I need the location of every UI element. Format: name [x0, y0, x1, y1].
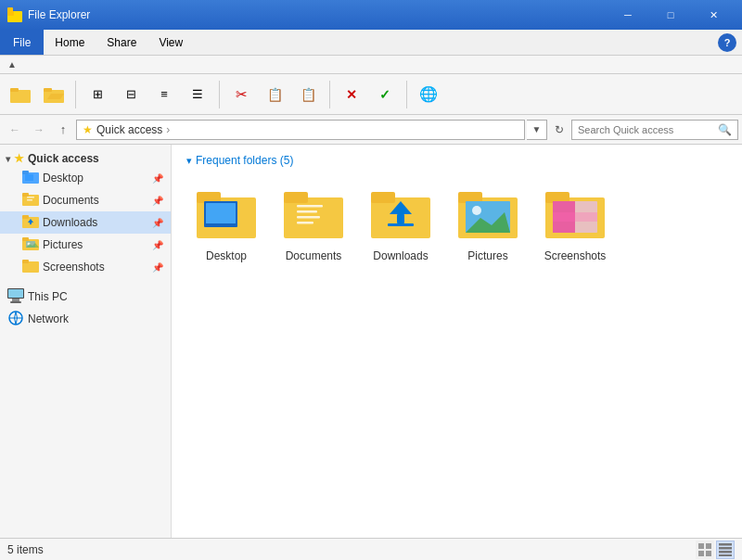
back-button[interactable]: ← — [4, 119, 26, 141]
svg-rect-2 — [7, 7, 13, 12]
help-button[interactable]: ? — [718, 33, 736, 52]
search-icon: 🔍 — [718, 123, 732, 136]
status-view-controls — [696, 541, 735, 559]
sidebar-item-pictures[interactable]: Pictures 📌 — [0, 234, 171, 256]
svg-rect-28 — [12, 299, 19, 301]
toolbar-sep-4 — [406, 81, 407, 108]
toolbar-internet-btn[interactable]: 🌐 — [414, 80, 443, 109]
menu-file[interactable]: File — [0, 30, 44, 55]
sidebar-item-thispc[interactable]: This PC — [0, 286, 171, 308]
folders-grid: Desktop Documents — [186, 178, 727, 271]
forward-button[interactable]: → — [28, 119, 50, 141]
toolbar-sep-1 — [75, 81, 76, 108]
menu-home[interactable]: Home — [44, 30, 96, 55]
minimize-button[interactable]: ─ — [607, 0, 649, 30]
status-item-count: 5 items — [7, 543, 44, 556]
content-area: ▾ Frequent folders (5) Desktop — [172, 145, 742, 538]
address-path[interactable]: ★ Quick access › — [76, 120, 525, 140]
svg-rect-18 — [30, 223, 32, 224]
ribbon-collapse-button[interactable]: ▲ — [7, 59, 17, 70]
documents-folder-icon-large — [284, 186, 343, 246]
toolbar-view-medium-btn[interactable]: ⊟ — [116, 80, 146, 109]
svg-rect-9 — [22, 171, 29, 174]
svg-rect-41 — [297, 222, 313, 224]
svg-rect-58 — [698, 543, 704, 549]
svg-rect-20 — [22, 237, 29, 241]
svg-rect-27 — [8, 289, 23, 298]
svg-rect-39 — [297, 210, 317, 213]
search-input[interactable] — [578, 124, 718, 135]
toolbar-sep-3 — [329, 81, 330, 108]
folder-item-pictures[interactable]: Pictures — [448, 178, 528, 271]
view-details-btn[interactable] — [716, 541, 735, 559]
toolbar-delete-btn[interactable]: ✕ — [337, 80, 366, 109]
toolbar-folder-btn[interactable] — [6, 80, 35, 109]
search-box: 🔍 — [571, 120, 738, 140]
path-separator: › — [166, 123, 170, 136]
sidebar-item-desktop[interactable]: Desktop 📌 — [0, 167, 171, 189]
toolbar-view-detail-btn[interactable]: ☰ — [183, 80, 212, 109]
folder-item-desktop[interactable]: Desktop — [186, 178, 266, 271]
sidebar-item-documents[interactable]: Documents 📌 — [0, 189, 171, 211]
svg-rect-25 — [22, 260, 29, 263]
screenshots-folder-icon-large — [545, 186, 605, 246]
up-button[interactable]: ↑ — [52, 119, 74, 141]
sidebar-item-downloads[interactable]: Downloads 📌 — [0, 211, 171, 234]
pin-icon-pictures: 📌 — [152, 240, 163, 250]
toolbar-paste-btn[interactable]: 📋 — [293, 80, 323, 109]
sidebar-network-label: Network — [28, 312, 69, 325]
sidebar-item-network[interactable]: Network — [0, 308, 171, 330]
svg-rect-45 — [397, 214, 404, 223]
menu-share[interactable]: Share — [96, 30, 147, 55]
svg-rect-60 — [698, 551, 704, 556]
address-bar: ← → ↑ ★ Quick access › ▼ ↻ 🔍 — [0, 115, 742, 145]
svg-rect-3 — [10, 90, 31, 103]
svg-rect-57 — [553, 212, 597, 222]
quick-access-chevron: ▾ — [6, 154, 10, 164]
svg-rect-61 — [706, 551, 711, 556]
downloads-folder-icon — [22, 214, 39, 231]
maximize-button[interactable]: □ — [649, 0, 692, 30]
svg-rect-16 — [22, 215, 29, 219]
downloads-folder-icon-large — [371, 186, 430, 246]
folder-label-screenshots: Screenshots — [544, 249, 607, 262]
main-layout: ▾ ★ Quick access Desktop 📌 — [0, 145, 742, 538]
folder-item-documents[interactable]: Documents — [274, 178, 353, 271]
svg-rect-46 — [388, 223, 414, 226]
app-icon — [7, 7, 22, 22]
address-dropdown-button[interactable]: ▼ — [527, 120, 547, 140]
folder-item-screenshots[interactable]: Screenshots — [535, 178, 615, 271]
toolbar-copy-btn[interactable]: 📋 — [260, 80, 289, 109]
svg-rect-43 — [371, 192, 395, 203]
app-title: File Explorer — [28, 8, 607, 21]
toolbar-view-large-btn[interactable]: ⊞ — [83, 80, 112, 109]
folder-item-downloads[interactable]: Downloads — [361, 178, 441, 271]
refresh-button[interactable]: ↻ — [549, 120, 569, 140]
section-chevron: ▾ — [186, 155, 192, 167]
toolbar-cut-btn[interactable]: ✂ — [226, 80, 256, 109]
pictures-folder-icon-large — [458, 186, 518, 246]
quick-access-star: ★ — [14, 152, 24, 165]
toolbar: ⊞ ⊟ ≡ ☰ ✂ 📋 📋 ✕ ✓ 🌐 — [0, 74, 742, 115]
view-large-icon-btn[interactable] — [696, 541, 714, 559]
svg-rect-6 — [44, 88, 52, 92]
svg-rect-10 — [25, 174, 33, 181]
documents-folder-icon — [22, 192, 39, 209]
sidebar-item-screenshots[interactable]: Screenshots 📌 — [0, 256, 171, 278]
quick-access-header[interactable]: ▾ ★ Quick access — [0, 148, 171, 167]
pin-icon-screenshots: 📌 — [152, 262, 163, 273]
toolbar-view-list-btn[interactable]: ≡ — [149, 80, 179, 109]
sidebar-documents-label: Documents — [43, 194, 99, 207]
svg-rect-38 — [297, 205, 323, 208]
toolbar-select-btn[interactable]: ✓ — [370, 80, 400, 109]
toolbar-sep-2 — [219, 81, 220, 108]
svg-rect-14 — [27, 199, 32, 201]
svg-rect-63 — [719, 547, 732, 550]
svg-rect-65 — [719, 554, 732, 556]
svg-rect-4 — [10, 88, 19, 92]
frequent-folders-header[interactable]: ▾ Frequent folders (5) — [186, 154, 727, 167]
close-button[interactable]: ✕ — [692, 0, 735, 30]
menu-view[interactable]: View — [147, 30, 194, 55]
ribbon-toggle-bar: ▲ — [0, 56, 742, 74]
toolbar-folder-open-btn[interactable] — [39, 80, 69, 109]
